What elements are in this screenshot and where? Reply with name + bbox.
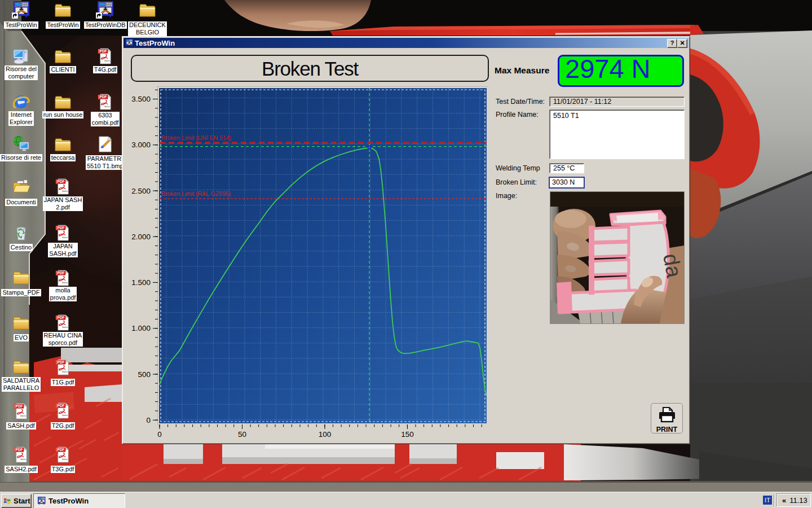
svg-text:0: 0 <box>146 416 151 424</box>
svg-text:2.500: 2.500 <box>131 187 151 195</box>
svg-text:3.500: 3.500 <box>131 95 151 103</box>
svg-text:1.000: 1.000 <box>131 324 151 332</box>
svg-text:3.000: 3.000 <box>131 141 151 149</box>
svg-text:2.000: 2.000 <box>131 233 151 241</box>
svg-text:50: 50 <box>238 430 246 439</box>
svg-text:150: 150 <box>401 430 414 439</box>
svg-text:1.500: 1.500 <box>131 278 151 287</box>
svg-text:Broken Limit (UNI EN 514): Broken Limit (UNI EN 514) <box>161 134 231 141</box>
svg-text:Broken Limit (RAL GZ695): Broken Limit (RAL GZ695) <box>161 190 231 197</box>
svg-text:100: 100 <box>319 430 332 439</box>
svg-text:0: 0 <box>157 430 162 439</box>
svg-text:da: da <box>659 252 685 280</box>
svg-text:500: 500 <box>138 370 151 379</box>
